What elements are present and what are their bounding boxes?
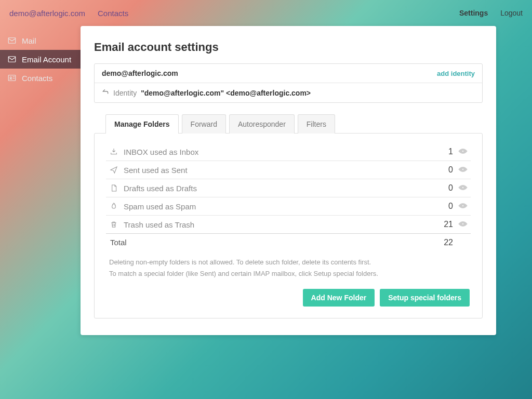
help-text: Deleting non-empty folders is not allowe… [95, 251, 482, 280]
sidebar-item-label: Contacts [22, 74, 52, 83]
send-icon [109, 166, 118, 174]
return-arrow-icon [102, 88, 109, 97]
sidebar-item-contacts[interactable]: Contacts [0, 69, 81, 87]
sidebar-item-mail[interactable]: Mail [0, 31, 81, 50]
folder-name: Spam used as Spam [124, 202, 432, 211]
folder-row-sent[interactable]: Sent used as Sent 0 [106, 161, 471, 179]
add-identity-link[interactable]: add identity [437, 70, 475, 77]
tab-forward[interactable]: Forward [182, 114, 226, 134]
settings-panel: Email account settings demo@afterlogic.c… [81, 26, 496, 335]
svg-rect-0 [8, 38, 16, 44]
total-count: 22 [432, 238, 468, 247]
account-email: demo@afterlogic.com [102, 69, 437, 77]
topbar: demo@afterlogic.com Contacts Settings Lo… [0, 0, 532, 26]
folder-count: 1 [432, 147, 453, 156]
total-label: Total [109, 238, 432, 247]
eye-icon[interactable] [453, 166, 468, 174]
settings-link[interactable]: Settings [459, 9, 488, 17]
sidebar-item-label: Email Account [22, 55, 71, 64]
svg-rect-1 [8, 57, 16, 62]
sidebar: Mail Email Account Contacts [0, 26, 81, 335]
help-line-1: Deleting non-empty folders is not allowe… [109, 257, 468, 268]
id-card-icon [7, 73, 17, 83]
envelope-icon [7, 55, 17, 64]
folder-count: 0 [432, 165, 453, 175]
folder-row-spam[interactable]: Spam used as Spam 0 [106, 197, 471, 215]
contacts-top-link[interactable]: Contacts [98, 9, 128, 18]
svg-point-4 [462, 151, 464, 152]
folder-row-drafts[interactable]: Drafts used as Drafts 0 [106, 179, 471, 197]
inbox-icon [109, 148, 118, 156]
folder-name: Drafts used as Drafts [124, 184, 432, 193]
account-box: demo@afterlogic.com add identity Identit… [94, 63, 483, 103]
tab-content: INBOX used as Inbox 1 Sent used as Sent … [94, 133, 483, 318]
svg-point-7 [462, 205, 464, 207]
folder-name: Sent used as Sent [124, 166, 432, 175]
tab-manage-folders[interactable]: Manage Folders [105, 114, 179, 134]
folder-count: 21 [432, 220, 453, 229]
folder-name: INBOX used as Inbox [124, 148, 432, 156]
file-icon [109, 184, 118, 192]
sidebar-item-email-account[interactable]: Email Account [0, 50, 81, 69]
help-line-2: To match a special folder (like Sent) an… [109, 268, 468, 280]
folder-name: Trash used as Trash [124, 220, 432, 229]
svg-point-3 [10, 77, 11, 78]
flame-icon [109, 202, 118, 210]
add-new-folder-button[interactable]: Add New Folder [303, 289, 375, 307]
folder-count: 0 [432, 183, 453, 193]
logout-link[interactable]: Logout [500, 9, 523, 17]
folder-row-inbox[interactable]: INBOX used as Inbox 1 [106, 143, 471, 161]
svg-point-8 [462, 223, 464, 225]
total-row: Total 22 [106, 233, 471, 251]
eye-icon[interactable] [453, 148, 468, 156]
envelope-icon [7, 36, 17, 45]
folder-list: INBOX used as Inbox 1 Sent used as Sent … [95, 143, 482, 251]
svg-point-5 [462, 169, 464, 170]
eye-icon[interactable] [453, 220, 468, 229]
svg-point-6 [462, 187, 464, 189]
account-row[interactable]: demo@afterlogic.com add identity [95, 64, 482, 83]
trash-icon [109, 220, 118, 229]
folder-count: 0 [432, 202, 453, 211]
action-row: Add New Folder Setup special folders [95, 280, 482, 307]
eye-icon[interactable] [453, 184, 468, 192]
eye-icon[interactable] [453, 202, 468, 210]
tabs: Manage Folders Forward Autoresponder Fil… [105, 114, 483, 134]
page-title: Email account settings [94, 41, 483, 54]
identity-prefix: Identity [113, 89, 137, 97]
identity-row[interactable]: Identity "demo@afterlogic.com" <demo@aft… [95, 83, 482, 102]
svg-rect-2 [8, 75, 16, 81]
tab-filters[interactable]: Filters [298, 114, 335, 134]
tab-autoresponder[interactable]: Autoresponder [229, 114, 295, 134]
user-email-link[interactable]: demo@afterlogic.com [9, 9, 85, 18]
setup-special-folders-button[interactable]: Setup special folders [380, 289, 470, 307]
sidebar-item-label: Mail [22, 36, 36, 45]
identity-value: "demo@afterlogic.com" <demo@afterlogic.c… [141, 89, 311, 97]
folder-row-trash[interactable]: Trash used as Trash 21 [106, 215, 471, 233]
